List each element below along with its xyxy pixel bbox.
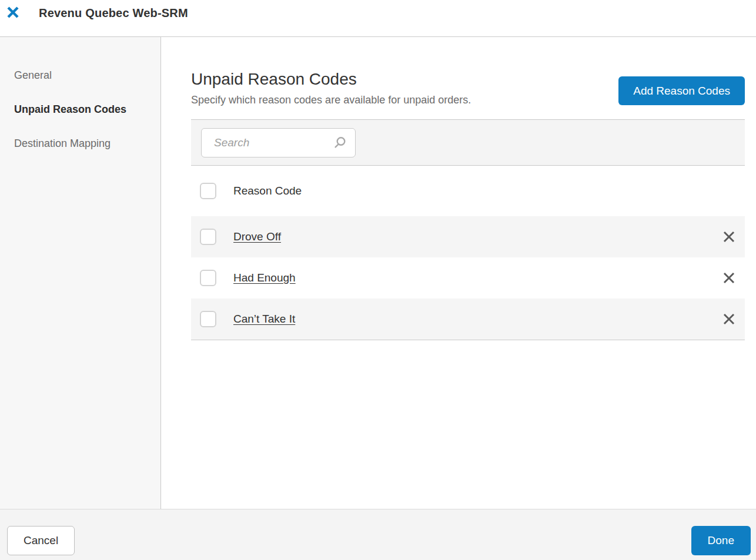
reason-codes-table: Reason Code Drove Off Had Enough [191, 166, 745, 340]
delete-row-icon[interactable] [722, 271, 736, 285]
sidebar-item-unpaid-reason-codes[interactable]: Unpaid Reason Codes [0, 92, 160, 126]
page-title: Unpaid Reason Codes [191, 69, 471, 89]
x-icon [722, 230, 736, 244]
reason-code-row: Can’t Take It [191, 299, 745, 340]
close-icon[interactable] [6, 5, 20, 19]
page-subtitle: Specify which reason codes are available… [191, 93, 471, 107]
x-icon [722, 271, 736, 285]
sidebar-item-general[interactable]: General [0, 58, 160, 92]
content-header: Unpaid Reason Codes Specify which reason… [191, 69, 745, 107]
row-checkbox[interactable] [200, 311, 216, 327]
delete-row-icon[interactable] [722, 230, 736, 244]
web-srm-settings-dialog: Revenu Quebec Web-SRM General Unpaid Rea… [0, 0, 756, 560]
select-all-checkbox[interactable] [200, 183, 216, 199]
reason-code-link[interactable]: Can’t Take It [233, 313, 295, 326]
delete-row-icon[interactable] [722, 312, 736, 326]
close-x-glyph [6, 5, 20, 19]
reason-code-row: Had Enough [191, 257, 745, 299]
dialog-footer: Cancel Done [0, 509, 756, 560]
main-panel: Unpaid Reason Codes Specify which reason… [161, 37, 756, 509]
table-header-row: Reason Code [191, 166, 745, 216]
dialog-header: Revenu Quebec Web-SRM [0, 0, 756, 37]
reason-codes-table-body: Drove Off Had Enough [191, 216, 745, 340]
search-bar [191, 119, 745, 166]
x-icon [722, 312, 736, 326]
dialog-body: General Unpaid Reason Codes Destination … [0, 37, 756, 509]
dialog-title: Revenu Quebec Web-SRM [39, 5, 188, 21]
search-input-wrapper [201, 128, 356, 157]
settings-sidebar: General Unpaid Reason Codes Destination … [0, 37, 161, 509]
reason-code-link[interactable]: Drove Off [233, 230, 281, 243]
done-button[interactable]: Done [691, 526, 751, 555]
row-checkbox[interactable] [200, 270, 216, 286]
sidebar-item-destination-mapping[interactable]: Destination Mapping [0, 126, 160, 160]
cancel-button[interactable]: Cancel [7, 526, 75, 555]
reason-code-row: Drove Off [191, 216, 745, 257]
add-reason-codes-button[interactable]: Add Reason Codes [618, 76, 745, 105]
column-header-reason-code: Reason Code [233, 185, 302, 197]
search-input[interactable] [201, 128, 356, 157]
page-title-block: Unpaid Reason Codes Specify which reason… [191, 69, 471, 107]
reason-code-link[interactable]: Had Enough [233, 271, 296, 284]
row-checkbox[interactable] [200, 229, 216, 245]
